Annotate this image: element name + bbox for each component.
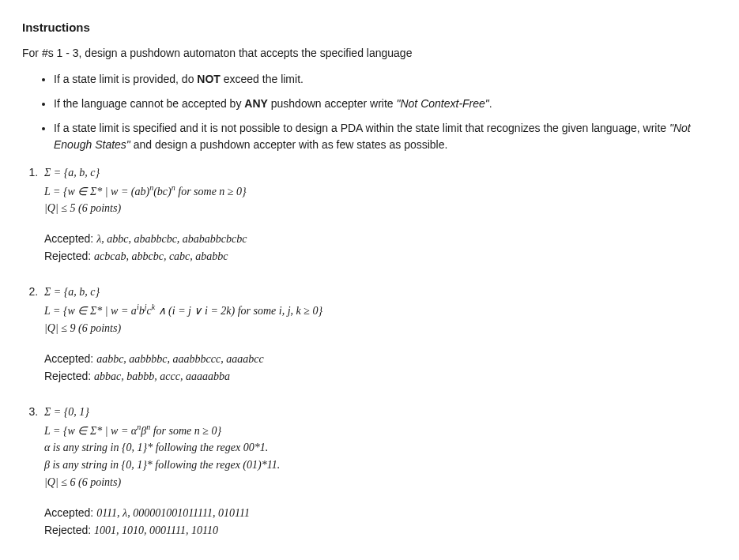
accepted-line: Accepted: 0111, λ, 000001001011111, 0101… <box>44 505 717 521</box>
sigma-line: Σ = {a, b, c} <box>44 164 717 181</box>
bullet-item: If a state limit is specified and it is … <box>54 120 717 153</box>
state-limit-line: |Q| ≤ 9 (6 points) <box>44 320 717 336</box>
quoted-text: "Not Context-Free" <box>397 97 489 110</box>
rejected-line: Rejected: 1001, 1010, 0001111, 10110 <box>44 522 717 539</box>
intro-text: For #s 1 - 3, design a pushdown automato… <box>22 45 717 62</box>
language-line: L = {w ∈ Σ* | w = aibjck ∧ (i = j ∨ i = … <box>44 301 717 319</box>
bullet-item: If the language cannot be accepted by AN… <box>54 96 717 112</box>
language-line: L = {w ∈ Σ* | w = αnβn for some n ≥ 0} <box>44 421 717 439</box>
problem-list: Σ = {a, b, c} L = {w ∈ Σ* | w = (ab)n(bc… <box>22 164 717 539</box>
language-line: L = {w ∈ Σ* | w = (ab)n(bc)n for some n … <box>44 182 717 200</box>
state-limit-line: |Q| ≤ 6 (6 points) <box>44 474 717 490</box>
state-limit-line: |Q| ≤ 5 (6 points) <box>44 200 717 216</box>
accepted-line: Accepted: aabbc, aabbbbc, aaabbbccc, aaa… <box>44 351 717 367</box>
extra-line: α is any string in {0, 1}* following the… <box>44 439 717 456</box>
rejected-line: Rejected: abbac, babbb, accc, aaaaabba <box>44 368 717 385</box>
bold-text: NOT <box>197 73 221 85</box>
rejected-line: Rejected: acbcab, abbcbc, cabc, ababbc <box>44 248 717 265</box>
sigma-line: Σ = {0, 1} <box>44 404 717 420</box>
problem-item: Σ = {a, b, c} L = {w ∈ Σ* | w = (ab)n(bc… <box>41 164 717 265</box>
instruction-bullets: If a state limit is provided, do NOT exc… <box>22 71 717 153</box>
bullet-item: If a state limit is provided, do NOT exc… <box>54 71 717 88</box>
problem-item: Σ = {a, b, c} L = {w ∈ Σ* | w = aibjck ∧… <box>41 284 717 385</box>
sigma-line: Σ = {a, b, c} <box>44 284 717 300</box>
page-title: Instructions <box>22 19 717 37</box>
accepted-line: Accepted: λ, abbc, ababbcbc, abababbcbcb… <box>44 231 717 247</box>
extra-line: β is any string in {0, 1}* following the… <box>44 457 717 473</box>
problem-item: Σ = {0, 1} L = {w ∈ Σ* | w = αnβn for so… <box>41 404 717 539</box>
bold-text: ANY <box>244 97 268 110</box>
